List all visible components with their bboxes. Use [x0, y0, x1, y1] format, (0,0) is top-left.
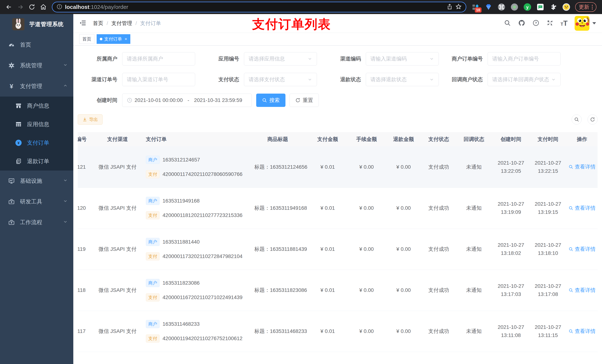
- merchant-tag: 商户: [146, 197, 160, 205]
- table-grid-icon: [14, 121, 22, 128]
- cell-order: 商户 1635311468233 支付 42000011942021102767…: [139, 311, 248, 352]
- sidebar-item-payment[interactable]: ¥ 支付管理: [0, 76, 73, 96]
- merchant-order-no-input[interactable]: [492, 56, 556, 62]
- channel-order-no-input[interactable]: [127, 77, 191, 83]
- view-detail-link[interactable]: 查看详情: [569, 205, 595, 212]
- cell-order: 商户 1635312124657 支付 42000011742021102780…: [139, 146, 248, 187]
- sidebar-item-infra[interactable]: 基础设施: [0, 171, 73, 191]
- browser-reload-button[interactable]: [27, 2, 37, 12]
- address-bar[interactable]: localhost:1024/pay/order: [52, 2, 466, 12]
- search-icon: [569, 206, 573, 210]
- sidebar-item-dev-tools[interactable]: 研发工具: [0, 191, 73, 212]
- filter-merchant: 所属商户: [78, 52, 200, 65]
- refresh-icon: [295, 98, 301, 103]
- browser-menu-icon[interactable]: [592, 5, 593, 10]
- search-button[interactable]: 搜索: [256, 94, 285, 107]
- clock-icon: [127, 97, 132, 103]
- channel-code-select[interactable]: 请输入渠道编码: [366, 52, 439, 65]
- app-select[interactable]: 请选择应用信息: [244, 52, 317, 65]
- extension-y-icon[interactable]: y: [523, 3, 531, 11]
- browser-update-button[interactable]: 更新: [575, 2, 596, 12]
- cell-fee: ¥ 0.00: [348, 229, 385, 270]
- notify-status-select[interactable]: 请选择订单回调商户状态: [488, 73, 560, 86]
- url-text: localhost:1024/pay/order: [65, 4, 128, 10]
- app-logo: [12, 18, 24, 30]
- extension-record-icon[interactable]: [510, 3, 518, 11]
- cell-channel: 微信 JSAPI 支付: [96, 146, 139, 187]
- chevron-down-icon: [429, 77, 434, 82]
- reset-button[interactable]: 重置: [290, 94, 319, 107]
- pay-order-no: 4200001194202110276752100612: [162, 335, 243, 342]
- tag-home[interactable]: 首页: [79, 34, 94, 44]
- merchant-tag: 商户: [146, 238, 160, 246]
- breadcrumb-home[interactable]: 首页: [93, 20, 103, 27]
- sidebar-item-system[interactable]: 系统管理: [0, 55, 73, 76]
- download-icon: [82, 117, 87, 122]
- view-detail-link[interactable]: 查看详情: [569, 287, 595, 294]
- search-icon: [569, 247, 573, 251]
- tag-pay-order[interactable]: 支付订单 ×: [97, 34, 130, 44]
- hamburger-icon[interactable]: [79, 19, 87, 27]
- view-detail-link[interactable]: 查看详情: [569, 246, 595, 253]
- chevron-down-icon: [429, 56, 434, 61]
- cell-fee: ¥ 0.00: [348, 311, 385, 352]
- view-detail-link[interactable]: 查看详情: [569, 328, 595, 335]
- github-icon[interactable]: [518, 19, 525, 27]
- cell-pay-status: 支付成功: [422, 311, 455, 352]
- cell-refund: ¥ 0.00: [385, 311, 422, 352]
- cell-id: 121: [78, 146, 96, 187]
- sidebar-item-home[interactable]: 首页: [0, 34, 73, 55]
- extension-chat-icon[interactable]: [536, 3, 544, 11]
- filter-refund-status: 退款状态 请选择退款状态: [321, 73, 443, 86]
- extension-command-icon[interactable]: [497, 3, 505, 11]
- pay-status-select[interactable]: 请选择支付状态: [244, 73, 317, 86]
- cell-title: 标题：1635311468233: [248, 311, 307, 352]
- date-range-picker[interactable]: 2021-10-01 00:00:00 - 2021-10-31 23:59:5…: [122, 94, 252, 107]
- sidebar-item-merchant-info[interactable]: 商户信息: [0, 96, 73, 115]
- bookmark-star-icon[interactable]: [455, 3, 462, 10]
- breadcrumb-payment[interactable]: 支付管理: [111, 20, 132, 27]
- filter-pay-status: 支付状态 请选择支付状态: [200, 73, 321, 86]
- help-icon[interactable]: ?: [532, 20, 539, 27]
- search-icon: [569, 329, 573, 334]
- sidebar-item-app-info[interactable]: 应用信息: [0, 115, 73, 134]
- toggle-search-button[interactable]: [572, 114, 582, 125]
- fullscreen-icon[interactable]: [547, 20, 553, 27]
- tag-close-icon[interactable]: ×: [125, 36, 127, 42]
- yen-circle-icon: ¥: [14, 139, 22, 146]
- browser-home-button[interactable]: [39, 2, 48, 12]
- chevron-down-icon: [63, 219, 68, 226]
- profile-avatar-icon[interactable]: [562, 3, 570, 11]
- view-detail-link[interactable]: 查看详情: [569, 163, 595, 170]
- sidebar-item-refund-order[interactable]: 退款订单: [0, 152, 73, 171]
- extensions-puzzle-icon[interactable]: [549, 3, 557, 11]
- cell-amount: ¥ 0.01: [307, 270, 348, 311]
- table-row: 119 微信 JSAPI 支付 商户 1635311881440 支付 4200…: [78, 229, 598, 270]
- user-menu[interactable]: [575, 16, 596, 31]
- share-icon[interactable]: [447, 3, 453, 10]
- site-info-icon[interactable]: [56, 4, 62, 10]
- extension-tasks-icon[interactable]: 10: [472, 3, 480, 11]
- active-dot: [100, 38, 102, 40]
- browser-back-button[interactable]: [4, 2, 14, 12]
- header-search-icon[interactable]: [504, 20, 511, 27]
- font-size-icon[interactable]: TT: [560, 20, 568, 27]
- dashboard-icon: [7, 41, 16, 48]
- table-row: 118 微信 JSAPI 支付 商户 1635311823086 支付 4200…: [78, 270, 598, 311]
- monitor-icon: [7, 177, 16, 184]
- merchant-input[interactable]: [127, 56, 191, 62]
- pay-tag: 支付: [146, 252, 160, 260]
- chevron-down-icon: [63, 178, 68, 184]
- sidebar: 芋道管理系统 首页 系统管理 ¥ 支付管理: [0, 14, 73, 364]
- refund-status-select[interactable]: 请选择退款状态: [366, 73, 439, 86]
- extension-gem-icon[interactable]: [484, 3, 493, 11]
- cell-title: 标题：1635311823086: [248, 270, 307, 311]
- refresh-table-button[interactable]: [588, 114, 598, 125]
- export-button[interactable]: 导出: [78, 114, 103, 125]
- browser-forward-button[interactable]: [16, 2, 25, 12]
- extension-strip: 10 y 更新: [470, 2, 598, 12]
- orders-table: 编号 支付渠道 支付订单 商品标题 支付金额 手续金额 退款金额 支付状态 回调…: [78, 132, 598, 364]
- sidebar-item-workflow[interactable]: 工作流程: [0, 212, 73, 233]
- sidebar-item-pay-order[interactable]: ¥ 支付订单: [0, 134, 73, 152]
- svg-text:?: ?: [535, 21, 537, 25]
